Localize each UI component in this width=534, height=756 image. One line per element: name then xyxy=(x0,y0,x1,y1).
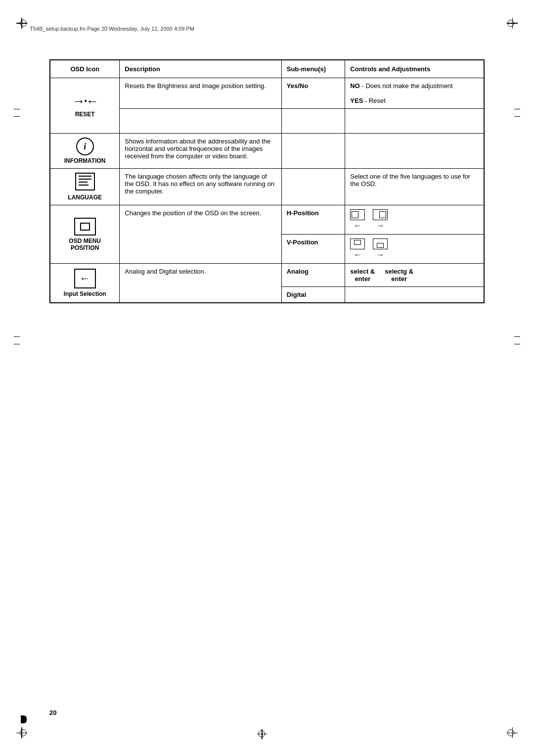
tick-l2 xyxy=(14,116,20,117)
input-selection-label: Input Selection xyxy=(55,290,114,297)
vpos-right-arrow: → xyxy=(376,250,384,259)
vpos-top-wrapper: ← xyxy=(350,238,365,259)
table-row: LANGUAGE The language chosen affects onl… xyxy=(50,169,484,205)
left-arrow: ← xyxy=(354,221,361,230)
hpos-left-wrapper: ← xyxy=(350,209,365,230)
osd-description-text: Changes the position of the OSD on the s… xyxy=(125,209,261,217)
input-selection-icon: ← xyxy=(74,269,96,288)
language-label: LANGUAGE xyxy=(55,194,114,201)
info-submenu xyxy=(281,134,345,169)
vpos-icons: ← → xyxy=(350,238,479,259)
table-row: i INFORMATION Shows information about th… xyxy=(50,134,484,169)
input-analog-controls: select &enter selectg &enter xyxy=(345,264,484,287)
digital-label: Digital xyxy=(287,291,307,298)
page-number: 20 xyxy=(49,709,56,716)
lang-line4 xyxy=(79,185,89,186)
bottom-circle xyxy=(258,730,265,737)
reset-icon-cell: →·← RESET xyxy=(50,78,120,134)
analog-controls: select &enter selectg &enter xyxy=(350,268,479,283)
cross-v-bl xyxy=(21,727,22,738)
osd-desc: Changes the position of the OSD on the s… xyxy=(120,205,281,264)
header-osd-icon: OSD Icon xyxy=(50,60,120,78)
language-description-text: The language chosen affects only the lan… xyxy=(125,173,274,195)
analog-select-col: select &enter xyxy=(350,268,375,283)
header-description: Description xyxy=(120,60,281,78)
reset-no-label: NO xyxy=(350,82,360,90)
osd-table: OSD Icon Description Sub-menu(s) Control… xyxy=(50,60,484,303)
osd-hpos-submenu: H-Position xyxy=(281,205,345,235)
tick-l1 xyxy=(14,109,20,109)
cross-v-tr xyxy=(512,18,513,29)
language-icon-cell: LANGUAGE xyxy=(50,169,120,205)
input-arrow-icon: ← xyxy=(80,272,90,285)
language-controls-text: Select one of the five languages to use … xyxy=(350,173,470,188)
language-controls: Select one of the five languages to use … xyxy=(345,169,484,205)
osd-hpos-controls: ← → xyxy=(345,205,484,235)
vpos-left-arrow: ← xyxy=(354,250,361,259)
analog-select-enter: select &enter xyxy=(350,268,375,283)
osd-icon-cell: OSD MENU POSITION xyxy=(50,205,120,264)
table-row: OSD MENU POSITION Changes the position o… xyxy=(50,205,484,235)
input-analog-submenu: Analog xyxy=(281,264,345,287)
header-controls: Controls and Adjustments xyxy=(345,60,484,78)
table-header-row: OSD Icon Description Sub-menu(s) Control… xyxy=(50,60,484,78)
input-icon-cell: ← Input Selection xyxy=(50,264,120,303)
main-table-container: OSD Icon Description Sub-menu(s) Control… xyxy=(49,59,485,303)
information-icon: i xyxy=(76,138,94,155)
analog-label: Analog xyxy=(287,268,309,275)
lang-line3 xyxy=(79,182,88,183)
empty-desc xyxy=(120,109,281,134)
tick-r1 xyxy=(514,109,520,109)
osd-vpos-controls: ← → xyxy=(345,235,484,264)
hpos-right-wrapper: → xyxy=(373,209,388,230)
cross-v-tl xyxy=(21,18,22,29)
language-desc: The language chosen affects only the lan… xyxy=(120,169,281,205)
reset-description-text: Resets the Brightness and image position… xyxy=(125,82,266,90)
input-digital-controls-empty xyxy=(345,287,484,303)
cross-v-br xyxy=(512,727,513,738)
reset-label: RESET xyxy=(55,111,114,118)
information-description-text: Shows information about the addressabili… xyxy=(125,138,270,160)
lang-line1 xyxy=(79,176,91,177)
reset-icon: →·← xyxy=(73,94,97,109)
hpos-icons: ← → xyxy=(350,209,479,230)
empty-sub xyxy=(281,109,345,134)
vpos-bottom-inner xyxy=(377,243,384,248)
hpos-right-arrows: → xyxy=(376,221,384,230)
bottom-bullet xyxy=(21,715,27,723)
info-icon-cell: i INFORMATION xyxy=(50,134,120,169)
hpos-label: H-Position xyxy=(287,209,319,217)
digital-select-col: selectg &enter xyxy=(385,268,413,283)
osd-inner-box xyxy=(80,223,90,231)
hpos-left-outer xyxy=(350,209,365,220)
table-row: →·← RESET Resets the Brightness and imag… xyxy=(50,78,484,109)
tick-l3 xyxy=(14,336,20,337)
tick-r2 xyxy=(514,116,520,117)
reset-submenu: Yes/No xyxy=(281,78,345,109)
v-right-arrow: → xyxy=(376,250,384,259)
hpos-left-inner xyxy=(352,211,358,218)
vpos-top-outer xyxy=(350,238,365,249)
lang-line2 xyxy=(79,179,91,180)
vpos-bottom-wrapper: → xyxy=(373,238,388,259)
reset-yes-label: YES xyxy=(350,97,363,104)
osd-menu-label: OSD MENU POSITION xyxy=(55,237,114,251)
info-desc: Shows information about the addressabili… xyxy=(120,134,281,169)
tick-r4 xyxy=(514,344,520,344)
vpos-top-inner xyxy=(354,240,361,245)
hpos-right-inner xyxy=(379,211,386,218)
vpos-label: V-Position xyxy=(287,238,318,246)
right-arrow: → xyxy=(376,221,384,230)
tick-r3 xyxy=(514,336,520,337)
reset-desc: Resets the Brightness and image position… xyxy=(120,78,281,109)
reset-no-desc: - Does not make the adjustment xyxy=(360,82,453,90)
input-description-text: Analog and Digital selection. xyxy=(125,268,206,275)
header-submenu: Sub-menu(s) xyxy=(281,60,345,78)
vpos-bottom-outer xyxy=(373,238,388,249)
info-controls xyxy=(345,134,484,169)
v-left-arrow: ← xyxy=(354,250,361,259)
information-label: INFORMATION xyxy=(55,157,114,164)
hpos-right-outer xyxy=(373,209,388,220)
tick-l4 xyxy=(14,344,20,344)
osd-vpos-submenu: V-Position xyxy=(281,235,345,264)
